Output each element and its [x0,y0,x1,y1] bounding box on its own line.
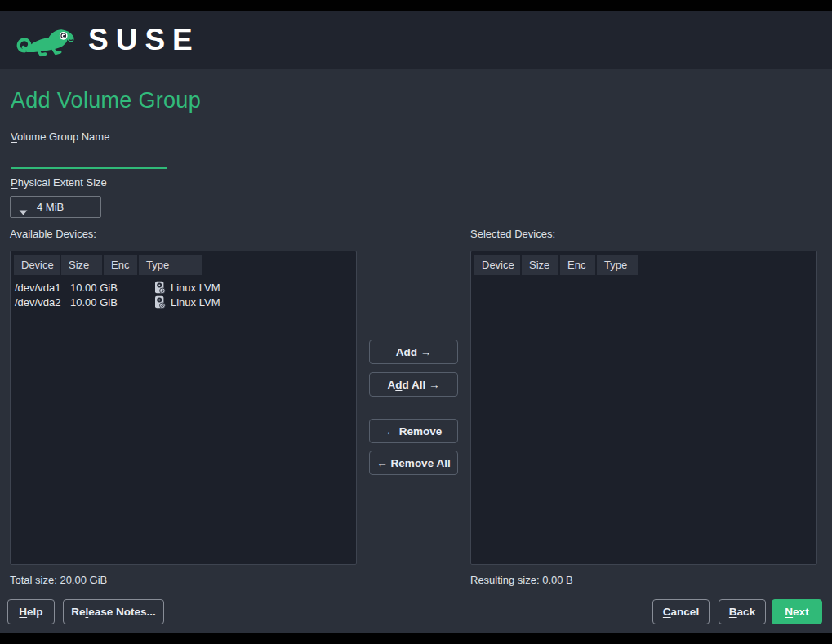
dialog-content: Add Volume Group Volume Group Name Physi… [0,69,832,633]
column-header-enc[interactable]: Enc [560,255,595,275]
device-cell: /dev/vda1 [15,282,70,294]
back-button[interactable]: Back [719,599,766,624]
physical-extent-size-value: 4 MiB [37,201,64,213]
physical-extent-size-select[interactable]: 4 MiB [10,196,101,218]
physical-extent-size-label: Physical Extent Size [11,176,107,189]
table-body: /dev/vda1 10.00 GiB Linux [11,275,356,309]
top-black-bar [0,0,832,11]
table-body [471,275,816,280]
selected-devices-label: Selected Devices: [470,228,555,240]
total-size-text: Total size: 20.00 GiB [10,574,107,586]
add-button[interactable]: Add → [369,340,458,364]
suse-logo: SUSE [15,20,200,60]
available-devices-label: Available Devices: [10,228,96,240]
installer-window: SUSE Add Volume Group Volume Group Name … [0,0,832,644]
table-header-row: Device Size Enc Type [11,251,356,275]
column-header-size[interactable]: Size [61,255,102,275]
table-row[interactable]: /dev/vda2 10.00 GiB Linux [11,295,356,309]
cancel-button[interactable]: Cancel [652,599,710,624]
remove-button[interactable]: ← Remove [369,419,458,443]
column-header-enc[interactable]: Enc [104,255,137,275]
resulting-size-text: Resulting size: 0.00 B [470,574,573,586]
disk-lvm-icon [153,295,166,309]
add-all-button[interactable]: Add All → [369,372,458,397]
disk-lvm-icon [153,281,166,294]
page-title: Add Volume Group [11,88,201,113]
brand-wordmark: SUSE [88,24,200,55]
device-cell: /dev/vda2 [15,296,70,309]
selected-devices-table[interactable]: Device Size Enc Type [470,251,817,565]
remove-all-button[interactable]: ← Remove All [369,451,458,475]
type-cell: Linux LVM [153,281,220,294]
column-header-type[interactable]: Type [597,255,638,275]
size-cell: 10.00 GiB [70,296,153,309]
available-devices-table[interactable]: Device Size Enc Type /dev/vda1 10.00 GiB [10,251,357,565]
size-cell: 10.00 GiB [70,282,153,294]
next-button[interactable]: Next [772,599,822,624]
table-header-row: Device Size Enc Type [471,251,816,275]
release-notes-button[interactable]: Release Notes... [63,599,164,624]
column-header-size[interactable]: Size [522,255,558,275]
suse-chameleon-icon [15,20,78,60]
table-row[interactable]: /dev/vda1 10.00 GiB Linux [11,280,356,295]
type-label: Linux LVM [171,296,220,309]
header-bar: SUSE [0,11,832,69]
type-cell: Linux LVM [153,295,220,309]
column-header-device[interactable]: Device [14,255,60,275]
bottom-black-bar [0,633,832,644]
type-label: Linux LVM [171,282,220,294]
column-header-type[interactable]: Type [139,255,202,275]
volume-group-name-label: Volume Group Name [11,131,109,143]
help-button[interactable]: Help [7,599,55,624]
volume-group-name-input[interactable] [11,145,167,169]
chevron-down-icon [19,204,28,210]
column-header-device[interactable]: Device [474,255,520,275]
